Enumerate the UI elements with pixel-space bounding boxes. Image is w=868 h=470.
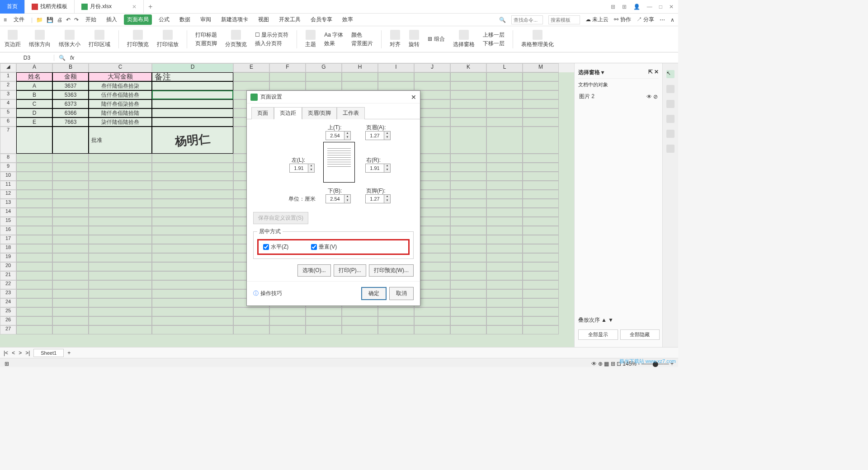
cell-D17[interactable] xyxy=(152,235,233,244)
cell-A24[interactable] xyxy=(16,298,52,307)
sheet-last-icon[interactable]: >| xyxy=(25,350,30,356)
cell-K18[interactable] xyxy=(450,244,486,253)
cell-D6[interactable] xyxy=(152,118,233,127)
cell-I26[interactable] xyxy=(378,316,414,325)
cell-B18[interactable] xyxy=(52,244,89,253)
cell-K19[interactable] xyxy=(450,253,486,262)
cell-C9[interactable] xyxy=(89,163,152,172)
cell-F26[interactable] xyxy=(269,316,306,325)
cell-A1[interactable]: 姓名 xyxy=(16,72,52,81)
cell-E27[interactable] xyxy=(233,325,269,334)
cell-C8[interactable] xyxy=(89,154,152,163)
close-icon[interactable]: ✕ xyxy=(669,4,674,10)
cell-M11[interactable] xyxy=(523,181,559,190)
cell-K5[interactable] xyxy=(450,108,486,118)
row-6[interactable]: 6 xyxy=(0,118,16,127)
col-A[interactable]: A xyxy=(16,63,52,72)
search-command[interactable] xyxy=(511,15,543,24)
cell-C24[interactable] xyxy=(89,298,152,307)
cell-D23[interactable] xyxy=(152,289,233,298)
col-H[interactable]: H xyxy=(342,63,378,72)
cell-C25[interactable] xyxy=(89,307,152,316)
lock-icon[interactable]: ⊘ xyxy=(653,94,658,100)
rib-printzoom[interactable]: 打印缩放 xyxy=(157,30,179,48)
cell-J27[interactable] xyxy=(414,325,450,334)
cell-L4[interactable] xyxy=(486,99,523,108)
cell-M6[interactable] xyxy=(523,118,559,127)
footer-input[interactable]: ▲▼ xyxy=(365,194,391,203)
cell-D12[interactable] xyxy=(152,190,233,199)
dlgtab-margins[interactable]: 页边距 xyxy=(274,107,302,119)
cell-L12[interactable] xyxy=(486,190,523,199)
cell-M7[interactable] xyxy=(523,127,559,154)
cell-D10[interactable] xyxy=(152,172,233,181)
cell-E25[interactable] xyxy=(233,307,269,316)
tip-link[interactable]: ⓘ 操作技巧 xyxy=(247,286,288,301)
view-normal-icon[interactable]: 👁 ⊕ ▦ ⊞ ⊡ xyxy=(591,361,621,367)
cell-A11[interactable] xyxy=(16,181,52,190)
maximize-icon[interactable]: □ xyxy=(659,4,662,10)
search-template[interactable] xyxy=(548,15,580,24)
cell-A21[interactable] xyxy=(16,271,52,280)
hide-all-button[interactable]: 全部隐藏 xyxy=(620,329,660,340)
row-16[interactable]: 16 xyxy=(0,226,16,235)
menu-dev[interactable]: 开发工具 xyxy=(276,14,304,25)
rib-printarea[interactable]: 打印区域 xyxy=(89,30,110,48)
cell-C11[interactable] xyxy=(89,181,152,190)
sheet-tab[interactable]: Sheet1 xyxy=(33,349,64,357)
cell-H25[interactable] xyxy=(342,307,378,316)
cell-B26[interactable] xyxy=(52,316,89,325)
cell-J2[interactable] xyxy=(414,81,450,90)
dialog-close-icon[interactable]: ✕ xyxy=(411,94,416,101)
cell-C21[interactable] xyxy=(89,271,152,280)
cell-J1[interactable] xyxy=(414,72,450,81)
cell-K4[interactable] xyxy=(450,99,486,108)
cell-A5[interactable]: D xyxy=(16,108,52,118)
cell-E1[interactable] xyxy=(233,72,269,81)
cell-K20[interactable] xyxy=(450,262,486,271)
cell-D26[interactable] xyxy=(152,316,233,325)
cell-C5[interactable]: 陆仟叁佰陆拾陆 xyxy=(89,108,152,118)
right-input[interactable]: ▲▼ xyxy=(365,164,391,173)
cell-M16[interactable] xyxy=(523,226,559,235)
sheet-next-icon[interactable]: > xyxy=(19,350,22,356)
options-button[interactable]: 选项(O)... xyxy=(297,264,330,277)
cell-G25[interactable] xyxy=(306,307,342,316)
cell-C12[interactable] xyxy=(89,190,152,199)
rib-bgimg[interactable]: 背景图片 xyxy=(351,40,373,47)
rib-color[interactable]: 颜色 xyxy=(351,31,373,39)
cell-K21[interactable] xyxy=(450,271,486,280)
print-button[interactable]: 打印(P)... xyxy=(334,264,366,277)
cell-L2[interactable] xyxy=(486,81,523,90)
col-F[interactable]: F xyxy=(269,63,306,72)
row-8[interactable]: 8 xyxy=(0,154,16,163)
cell-B10[interactable] xyxy=(52,172,89,181)
rib-insertbreak[interactable]: 插入分页符 xyxy=(255,40,288,47)
toolbar-undo-icon[interactable]: ↶ xyxy=(66,17,71,23)
cell-A17[interactable] xyxy=(16,235,52,244)
cell-K26[interactable] xyxy=(450,316,486,325)
row-27[interactable]: 27 xyxy=(0,325,16,334)
cell-K6[interactable] xyxy=(450,118,486,127)
cell-L9[interactable] xyxy=(486,163,523,172)
cell-L11[interactable] xyxy=(486,181,523,190)
cell-A23[interactable] xyxy=(16,289,52,298)
cell-B24[interactable] xyxy=(52,298,89,307)
dlgtab-headerfooter[interactable]: 页眉/页脚 xyxy=(302,107,337,119)
cell-D18[interactable] xyxy=(152,244,233,253)
cell-F1[interactable] xyxy=(269,72,306,81)
cell-K16[interactable] xyxy=(450,226,486,235)
cell-C15[interactable] xyxy=(89,217,152,226)
cell-M22[interactable] xyxy=(523,280,559,289)
cell-C19[interactable] xyxy=(89,253,152,262)
cell-B19[interactable] xyxy=(52,253,89,262)
cell-L6[interactable] xyxy=(486,118,523,127)
row-14[interactable]: 14 xyxy=(0,208,16,217)
col-J[interactable]: J xyxy=(414,63,450,72)
cell-A6[interactable]: E xyxy=(16,118,52,127)
rib-align[interactable]: 对齐 xyxy=(390,30,401,48)
cell-M10[interactable] xyxy=(523,172,559,181)
vertical-checkbox[interactable]: 垂直(V) xyxy=(311,243,337,251)
rib-showbreaks[interactable]: ☐ 显示分页符 xyxy=(255,31,288,39)
ok-button[interactable]: 确定 xyxy=(361,287,387,300)
